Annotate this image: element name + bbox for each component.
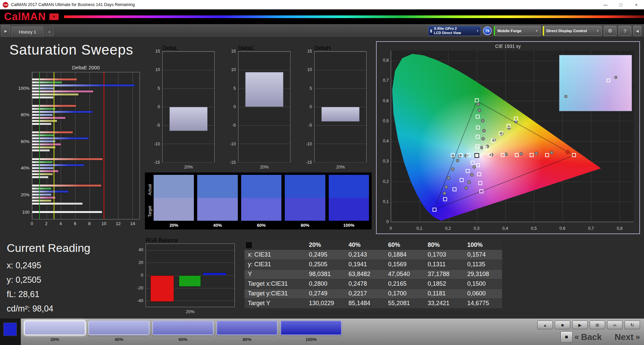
cie-axis-label: 0,3 [379, 159, 389, 163]
patch-label: 60% [152, 337, 214, 342]
patch-40%: 40% [88, 321, 150, 342]
deltae-group-label: 80% [15, 105, 30, 125]
cie-measurement-point [480, 146, 483, 149]
table-row-label: y: CIE31 [245, 260, 304, 269]
meter-selector-button[interactable]: ▮ X-Rite i1Pro 2 LCD Direct View ▼ [428, 26, 481, 36]
cie-axis-label: 0 [390, 226, 392, 231]
cie-axis-label: 0,6 [559, 226, 565, 231]
maximize-button[interactable]: □ [613, 0, 629, 9]
collapse-panel-button[interactable]: ◀ [633, 26, 641, 36]
delta-axis-tick: -15 [230, 160, 236, 165]
next-chevron-icon: » [636, 332, 640, 342]
cie-target-point [476, 145, 479, 148]
cie-axis-label: 0,5 [531, 226, 537, 231]
saturation-patch-list: 20%40%60%80%100% [24, 321, 342, 342]
table-column-header: 80% [423, 240, 463, 250]
rgb-axis-tick: 40 [139, 248, 143, 252]
rgb-gridline [146, 263, 234, 263]
minimize-button[interactable]: — [598, 0, 613, 9]
table-cell: 0,1700 [383, 289, 423, 298]
cie-measurement-point [520, 152, 523, 155]
current-reading-panel: Current Reading x: 0,2495 y: 0,2505 fL: … [7, 242, 90, 318]
cie-axis-label: 0,6 [379, 98, 389, 103]
actual-row-label: Actual [148, 184, 152, 195]
delta-gridline [163, 144, 214, 144]
table-cell: 55,2081 [383, 298, 423, 308]
patch-button-40%[interactable] [88, 321, 150, 335]
cie-plot-area [391, 51, 634, 222]
deltae-plot-area [32, 72, 140, 219]
next-button[interactable]: Next [614, 332, 633, 342]
help-button[interactable]: ? [619, 26, 631, 36]
rgb-balance-title: RGB Balance [131, 237, 235, 244]
actual-swatch [285, 175, 325, 198]
table-row: Target x:CIE310,28000,24780,21650,18520,… [245, 279, 502, 289]
delta-gridline [315, 88, 366, 89]
patch-button-60%[interactable] [152, 321, 214, 335]
swatch-label: 80% [285, 221, 325, 229]
cie-target-point [476, 135, 479, 138]
settings-button[interactable]: ⚙ [604, 26, 616, 36]
source-name: Mobile Forge [497, 29, 522, 33]
panel-toggle-button[interactable]: ▶ [1, 25, 10, 37]
table-cell: 0,1500 [463, 279, 502, 289]
cie-1931-panel: CIE 1931 xy 000,10,10,20,20,30,30,40,40,… [376, 41, 640, 234]
cie-measurement-point [482, 129, 485, 132]
table-column-header: 60% [383, 240, 423, 250]
table-cell: 14,6775 [463, 298, 502, 308]
titlebar: CM CalMAN 2017 CalMAN Ultimate for Busin… [0, 0, 644, 9]
current-reading-y: y: 0,2505 [7, 275, 90, 285]
cie-gamut-triangle [434, 101, 574, 210]
deltae-y-axis: 100%80%60%40%20%100 [15, 72, 32, 219]
back-button[interactable]: Back [581, 332, 602, 342]
deltae-group-label: 100 [15, 211, 30, 214]
loop-button[interactable]: ↻ [625, 321, 640, 329]
swatch-column: 80% [285, 175, 325, 229]
delta-gridline [315, 162, 366, 162]
patch-button-80%[interactable] [216, 321, 278, 335]
chevron-down-icon: ▼ [533, 29, 538, 32]
patch-button-20%[interactable] [24, 321, 86, 335]
delta-chart-deltac: DeltaC151050-5-10-1520% [226, 45, 290, 169]
cie-target-point [476, 163, 480, 167]
stop-button[interactable]: ■ [555, 321, 570, 329]
delta-gridline [315, 52, 366, 52]
rgb-axis-tick: 20 [139, 260, 143, 265]
close-button[interactable]: × [629, 0, 644, 9]
cie-target-point [514, 117, 518, 120]
cie-target-point [443, 198, 447, 201]
cie-axis-label: 0,1 [417, 226, 422, 231]
delta-chart-deltah: DeltaH151050-5-10-1520% [302, 45, 367, 169]
table-cell: 0,2143 [344, 250, 383, 260]
add-tab-button[interactable]: + [45, 27, 54, 36]
continuous-measure-button[interactable]: ∞ [607, 321, 623, 329]
patch-button-100%[interactable] [280, 321, 342, 335]
logo-menu-button[interactable]: ▼ [49, 13, 59, 20]
deltae-reference-line [39, 72, 40, 219]
deltae-axis-label: 6 [74, 221, 76, 226]
meter-labels: X-Rite i1Pro 2 LCD Direct View [434, 26, 461, 35]
tab-history-1[interactable]: History 1 [11, 26, 44, 37]
deltae-reference-line [54, 72, 54, 219]
source-selector-button[interactable]: Mobile Forge ▼ [494, 26, 541, 36]
logo-bar: CalMAN ▼ [0, 9, 644, 24]
play-button[interactable]: ▶ [572, 321, 588, 329]
pattern-window-button[interactable]: ⊞ [590, 321, 605, 329]
inset-measurement-point [565, 95, 568, 98]
cie-axis-label: 0,8 [379, 58, 389, 63]
cie-target-point [477, 172, 481, 176]
table-row-label: Target y:CIE31 [245, 289, 304, 298]
delta-axis-tick: 10 [307, 67, 312, 72]
cie-measurement-point [550, 151, 553, 154]
stop-pattern-button[interactable]: ■ [560, 331, 573, 343]
cie-measurement-point [451, 168, 454, 171]
display-control-button[interactable]: Direct Display Control ▼ [543, 26, 602, 36]
eject-button[interactable]: ▴ [537, 321, 553, 329]
delta-bar [169, 107, 208, 131]
current-reading-x: x: 0,2495 [7, 261, 90, 270]
table-cell: 0,1569 [383, 260, 423, 269]
swatch-column: 20% [154, 175, 194, 229]
cie-zoom-inset [559, 55, 632, 112]
swatch-label: 60% [241, 221, 281, 229]
target-swatch [329, 198, 369, 221]
